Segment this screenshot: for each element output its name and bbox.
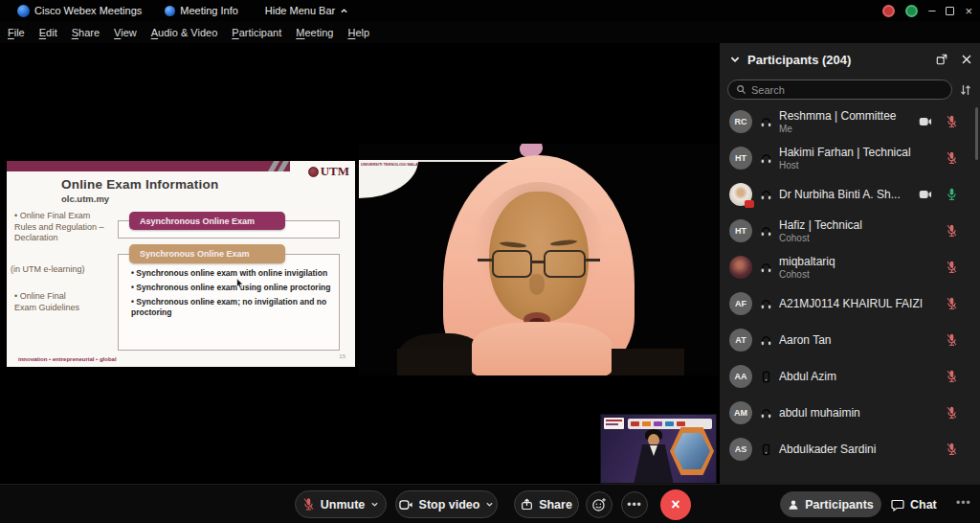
record-indicator-icon[interactable]: [882, 5, 895, 17]
close-window-button[interactable]: ×: [965, 4, 972, 18]
avatar: RC: [729, 110, 752, 133]
participant-search-input[interactable]: Search: [727, 80, 952, 100]
menu-edit[interactable]: Edit: [39, 27, 57, 38]
hide-menu-bar-label: Hide Menu Bar: [265, 5, 335, 16]
mic-muted-icon[interactable]: [946, 150, 958, 166]
video-stage: Online Exam Information olc.utm.my UTM O…: [0, 43, 720, 484]
sort-participants-icon[interactable]: [959, 83, 972, 97]
app-menu[interactable]: Cisco Webex Meetings: [17, 5, 142, 17]
chevron-up-icon: [340, 7, 348, 15]
mic-muted-icon[interactable]: [946, 332, 958, 348]
chevron-down-icon: [370, 500, 379, 509]
slide-header-band: [7, 161, 290, 171]
utm-logo: UTM: [308, 164, 349, 179]
slide-title: Online Exam Information: [61, 177, 218, 192]
minimize-button[interactable]: –: [928, 6, 935, 15]
participant-row[interactable]: AM abdul muhaimin: [720, 395, 980, 431]
chevron-down-icon: [485, 500, 494, 509]
slide-page-number: 15: [339, 353, 345, 359]
control-toolbar: Unmute Stop video Share ••• × Participan…: [0, 484, 980, 523]
speaker-video: UNIVERSITI TEKNOLOGI MALAYSIA: [359, 144, 719, 375]
webex-window: Cisco Webex Meetings Meeting Info Hide M…: [0, 0, 980, 523]
mic-muted-icon[interactable]: [946, 223, 958, 239]
participant-row[interactable]: Dr Nurbiha Binti A. Sh...: [720, 176, 980, 213]
menu-view[interactable]: View: [114, 27, 137, 38]
slide-bullet: Online Final Exam Rules and Regulation –…: [14, 211, 104, 244]
participant-row[interactable]: AT Aaron Tan: [720, 322, 980, 358]
headset-icon: [760, 334, 772, 347]
stop-video-button[interactable]: Stop video: [395, 490, 498, 518]
camera-on-icon: [919, 189, 932, 200]
participant-row[interactable]: miqbaltariqCohost: [720, 249, 980, 285]
maximize-button[interactable]: [946, 7, 954, 15]
app-title: Cisco Webex Meetings: [34, 5, 142, 16]
video-camera-icon: [399, 499, 413, 511]
participant-row[interactable]: RC Reshmma | CommitteeMe: [720, 103, 980, 140]
reactions-button[interactable]: [586, 491, 612, 518]
participant-row[interactable]: AA Abdul Azim: [720, 358, 980, 395]
headset-icon: [760, 407, 772, 420]
panel-scrollbar[interactable]: [975, 107, 978, 160]
participants-toggle-button[interactable]: Participants: [780, 491, 881, 517]
participants-panel: Participants (204) Search RC Reshmma | C…: [720, 43, 980, 484]
meeting-info-icon: [165, 6, 175, 16]
popout-panel-icon[interactable]: [936, 54, 947, 65]
participant-row[interactable]: AF A21MJ0114 KHAIRUL FAIZI: [720, 285, 980, 322]
speaker-glasses: [492, 250, 532, 278]
camera-on-icon: [919, 116, 932, 127]
health-indicator-icon[interactable]: [905, 5, 918, 17]
mic-muted-icon: [302, 497, 315, 512]
close-panel-icon[interactable]: [961, 54, 972, 65]
webex-logo-icon: [17, 5, 30, 17]
participant-row[interactable]: AS Abdulkader Sardini: [720, 431, 980, 467]
leave-meeting-button[interactable]: ×: [660, 489, 691, 520]
ellipsis-icon: •••: [627, 498, 642, 512]
thumbnail-video[interactable]: [600, 414, 717, 484]
menu-meeting[interactable]: Meeting: [296, 27, 333, 38]
mic-muted-icon[interactable]: [946, 369, 958, 384]
menu-help[interactable]: Help: [347, 27, 369, 38]
avatar-photo: [729, 183, 752, 206]
chat-bubble-icon: [891, 498, 904, 512]
headset-icon: [760, 225, 772, 238]
sync-bullet-list: Synchronous online exam with online invi…: [131, 268, 334, 322]
panel-options-button[interactable]: •••: [956, 496, 971, 510]
mic-muted-icon[interactable]: [946, 114, 958, 129]
search-placeholder: Search: [751, 84, 785, 96]
headset-icon: [760, 116, 772, 128]
more-options-button[interactable]: •••: [621, 491, 648, 518]
avatar-photo: [729, 256, 752, 279]
avatar: AM: [729, 401, 752, 424]
slide-bullet: Online Final Exam Guidelines: [14, 291, 83, 313]
titlebar: Cisco Webex Meetings Meeting Info Hide M…: [0, 0, 980, 21]
menu-audio-video[interactable]: Audio & Video: [151, 27, 218, 38]
smiley-icon: [591, 497, 607, 512]
share-icon: [521, 498, 533, 511]
mic-muted-icon[interactable]: [946, 260, 958, 275]
mic-muted-icon[interactable]: [946, 296, 958, 311]
avatar: AT: [729, 329, 752, 352]
menubar: File Edit Share View Audio & Video Parti…: [0, 21, 980, 43]
share-button[interactable]: Share: [514, 490, 579, 518]
avatar: AS: [729, 438, 752, 461]
avatar: HT: [729, 147, 752, 170]
chat-toggle-button[interactable]: Chat: [891, 490, 937, 518]
headset-icon: [760, 298, 772, 310]
meeting-info-button[interactable]: Meeting Info: [165, 5, 238, 16]
mic-muted-icon[interactable]: [946, 442, 958, 457]
slide-subtitle: olc.utm.my: [61, 193, 109, 204]
participant-row[interactable]: HT Hakimi Farhan | TechnicalHost: [720, 140, 980, 176]
slide-bullet: (in UTM e-learning): [11, 264, 100, 276]
menu-share[interactable]: Share: [72, 27, 100, 38]
menu-participant[interactable]: Participant: [232, 27, 281, 38]
phone-icon: [760, 371, 772, 383]
mic-on-icon[interactable]: [946, 187, 958, 202]
mic-muted-icon[interactable]: [946, 405, 958, 421]
collapse-panel-icon[interactable]: [729, 54, 741, 65]
slide-footer: innovation • entrepreneurial • global: [18, 356, 117, 362]
participant-row[interactable]: HT Hafiz | TechnicalCohost: [720, 213, 980, 249]
unmute-button[interactable]: Unmute: [295, 490, 387, 518]
async-exam-header: Asynchronous Online Exam: [129, 212, 285, 230]
hide-menu-bar-button[interactable]: Hide Menu Bar: [265, 5, 348, 16]
menu-file[interactable]: File: [8, 27, 25, 38]
